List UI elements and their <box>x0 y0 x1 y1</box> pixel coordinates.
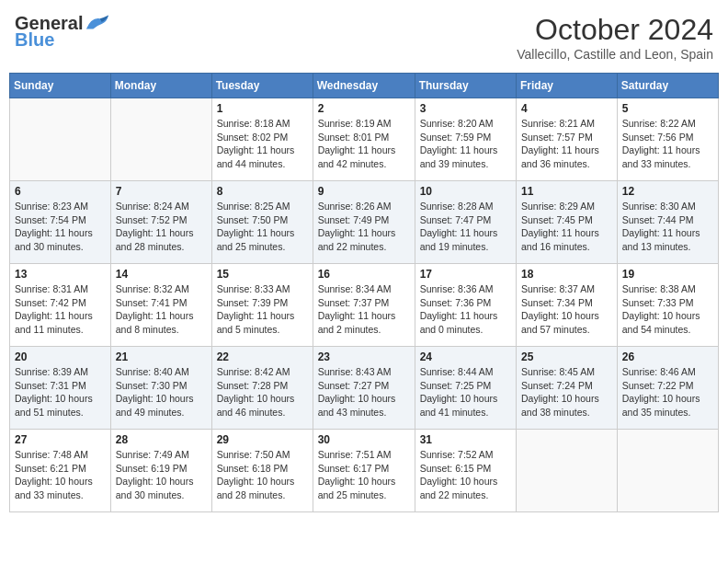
sunrise-text: Sunrise: 8:42 AM <box>217 365 308 379</box>
daylight-text: Daylight: 11 hours and 5 minutes. <box>217 309 308 336</box>
calendar-week-3: 13 Sunrise: 8:31 AM Sunset: 7:42 PM Dayl… <box>10 264 719 347</box>
daylight-text: Daylight: 11 hours and 11 minutes. <box>15 309 106 336</box>
day-number: 8 <box>217 185 308 198</box>
day-info: Sunrise: 7:52 AM Sunset: 6:15 PM Dayligh… <box>420 448 511 502</box>
sunset-text: Sunset: 7:39 PM <box>217 296 308 310</box>
calendar-cell: 14 Sunrise: 8:32 AM Sunset: 7:41 PM Dayl… <box>110 264 211 347</box>
day-number: 23 <box>318 350 410 363</box>
sunset-text: Sunset: 7:27 PM <box>318 379 410 393</box>
sunrise-text: Sunrise: 7:51 AM <box>318 448 410 462</box>
daylight-text: Daylight: 11 hours and 19 minutes. <box>420 226 511 253</box>
day-info: Sunrise: 8:38 AM Sunset: 7:33 PM Dayligh… <box>622 282 713 337</box>
daylight-text: Daylight: 11 hours and 39 minutes. <box>420 144 511 170</box>
daylight-text: Daylight: 10 hours and 43 minutes. <box>318 392 410 419</box>
sunset-text: Sunset: 7:22 PM <box>622 379 713 393</box>
sunset-text: Sunset: 7:28 PM <box>217 379 308 393</box>
day-info: Sunrise: 8:37 AM Sunset: 7:34 PM Dayligh… <box>521 282 612 337</box>
day-info: Sunrise: 8:44 AM Sunset: 7:25 PM Dayligh… <box>420 365 511 419</box>
calendar-cell: 29 Sunrise: 7:50 AM Sunset: 6:18 PM Dayl… <box>211 430 313 512</box>
sunset-text: Sunset: 7:54 PM <box>15 213 106 227</box>
sunset-text: Sunset: 7:42 PM <box>15 296 106 310</box>
sunrise-text: Sunrise: 8:28 AM <box>420 200 511 213</box>
day-number: 18 <box>521 268 612 281</box>
day-info: Sunrise: 8:46 AM Sunset: 7:22 PM Dayligh… <box>622 365 713 419</box>
calendar-week-5: 27 Sunrise: 7:48 AM Sunset: 6:21 PM Dayl… <box>10 430 719 512</box>
day-info: Sunrise: 8:31 AM Sunset: 7:42 PM Dayligh… <box>15 282 106 337</box>
daylight-text: Daylight: 11 hours and 25 minutes. <box>217 226 308 253</box>
sunrise-text: Sunrise: 8:45 AM <box>521 365 612 379</box>
day-number: 26 <box>622 350 713 363</box>
calendar-cell <box>10 98 111 181</box>
day-number: 20 <box>15 350 106 363</box>
day-info: Sunrise: 8:30 AM Sunset: 7:44 PM Dayligh… <box>622 200 713 254</box>
sunset-text: Sunset: 7:24 PM <box>521 379 612 393</box>
sunset-text: Sunset: 6:17 PM <box>318 462 410 476</box>
day-info: Sunrise: 7:49 AM Sunset: 6:19 PM Dayligh… <box>116 448 207 502</box>
day-number: 5 <box>622 102 713 115</box>
day-info: Sunrise: 8:20 AM Sunset: 7:59 PM Dayligh… <box>420 117 511 171</box>
day-number: 17 <box>420 268 511 281</box>
calendar-cell <box>517 430 618 512</box>
day-number: 25 <box>521 350 612 363</box>
calendar-cell: 5 Sunrise: 8:22 AM Sunset: 7:56 PM Dayli… <box>617 98 718 181</box>
day-info: Sunrise: 8:25 AM Sunset: 7:50 PM Dayligh… <box>217 200 308 254</box>
weekday-header-monday: Monday <box>110 74 211 98</box>
daylight-text: Daylight: 10 hours and 25 minutes. <box>318 475 410 501</box>
sunrise-text: Sunrise: 8:37 AM <box>521 282 612 296</box>
day-info: Sunrise: 7:50 AM Sunset: 6:18 PM Dayligh… <box>217 448 308 502</box>
day-number: 2 <box>318 102 410 115</box>
day-info: Sunrise: 7:48 AM Sunset: 6:21 PM Dayligh… <box>15 448 106 502</box>
sunset-text: Sunset: 7:33 PM <box>622 296 713 310</box>
daylight-text: Daylight: 11 hours and 42 minutes. <box>318 144 410 170</box>
calendar-cell: 19 Sunrise: 8:38 AM Sunset: 7:33 PM Dayl… <box>617 264 718 347</box>
day-number: 29 <box>217 433 308 446</box>
daylight-text: Daylight: 10 hours and 51 minutes. <box>15 392 106 419</box>
day-number: 15 <box>217 268 308 281</box>
sunrise-text: Sunrise: 7:48 AM <box>15 448 106 462</box>
page-header: General Blue October 2024 Vallecillo, Ca… <box>9 9 719 65</box>
logo: General Blue <box>15 13 110 51</box>
day-info: Sunrise: 8:18 AM Sunset: 8:02 PM Dayligh… <box>217 117 308 171</box>
daylight-text: Daylight: 11 hours and 33 minutes. <box>622 144 713 170</box>
sunrise-text: Sunrise: 8:31 AM <box>15 282 106 296</box>
day-info: Sunrise: 8:26 AM Sunset: 7:49 PM Dayligh… <box>318 200 410 254</box>
daylight-text: Daylight: 10 hours and 33 minutes. <box>15 475 106 501</box>
title-block: October 2024 Vallecillo, Castille and Le… <box>517 13 713 62</box>
calendar-cell: 27 Sunrise: 7:48 AM Sunset: 6:21 PM Dayl… <box>10 430 111 512</box>
sunrise-text: Sunrise: 8:33 AM <box>217 282 308 296</box>
day-number: 14 <box>116 268 207 281</box>
calendar-cell: 2 Sunrise: 8:19 AM Sunset: 8:01 PM Dayli… <box>313 98 415 181</box>
sunset-text: Sunset: 7:57 PM <box>521 131 612 144</box>
day-info: Sunrise: 8:19 AM Sunset: 8:01 PM Dayligh… <box>318 117 410 171</box>
weekday-header-tuesday: Tuesday <box>211 74 313 98</box>
day-number: 12 <box>622 185 713 198</box>
sunset-text: Sunset: 7:36 PM <box>420 296 511 310</box>
sunset-text: Sunset: 7:52 PM <box>116 213 207 227</box>
daylight-text: Daylight: 11 hours and 22 minutes. <box>318 226 410 253</box>
calendar-week-2: 6 Sunrise: 8:23 AM Sunset: 7:54 PM Dayli… <box>10 181 719 264</box>
calendar-cell: 10 Sunrise: 8:28 AM Sunset: 7:47 PM Dayl… <box>415 181 516 264</box>
calendar-cell: 4 Sunrise: 8:21 AM Sunset: 7:57 PM Dayli… <box>517 98 618 181</box>
daylight-text: Daylight: 11 hours and 2 minutes. <box>318 309 410 336</box>
calendar-cell: 11 Sunrise: 8:29 AM Sunset: 7:45 PM Dayl… <box>517 181 618 264</box>
calendar-cell: 22 Sunrise: 8:42 AM Sunset: 7:28 PM Dayl… <box>211 347 313 430</box>
day-number: 1 <box>217 102 308 115</box>
sunrise-text: Sunrise: 7:49 AM <box>116 448 207 462</box>
sunrise-text: Sunrise: 8:29 AM <box>521 200 612 213</box>
calendar-week-4: 20 Sunrise: 8:39 AM Sunset: 7:31 PM Dayl… <box>10 347 719 430</box>
day-info: Sunrise: 8:23 AM Sunset: 7:54 PM Dayligh… <box>15 200 106 254</box>
daylight-text: Daylight: 11 hours and 30 minutes. <box>15 226 106 253</box>
day-number: 7 <box>116 185 207 198</box>
day-number: 21 <box>116 350 207 363</box>
sunrise-text: Sunrise: 8:43 AM <box>318 365 410 379</box>
day-number: 10 <box>420 185 511 198</box>
sunrise-text: Sunrise: 8:22 AM <box>622 117 713 131</box>
calendar-cell: 17 Sunrise: 8:36 AM Sunset: 7:36 PM Dayl… <box>415 264 516 347</box>
calendar-cell <box>617 430 718 512</box>
sunrise-text: Sunrise: 8:32 AM <box>116 282 207 296</box>
day-number: 4 <box>521 102 612 115</box>
calendar-cell: 8 Sunrise: 8:25 AM Sunset: 7:50 PM Dayli… <box>211 181 313 264</box>
calendar-cell: 25 Sunrise: 8:45 AM Sunset: 7:24 PM Dayl… <box>517 347 618 430</box>
daylight-text: Daylight: 10 hours and 22 minutes. <box>420 475 511 501</box>
daylight-text: Daylight: 11 hours and 36 minutes. <box>521 144 612 170</box>
